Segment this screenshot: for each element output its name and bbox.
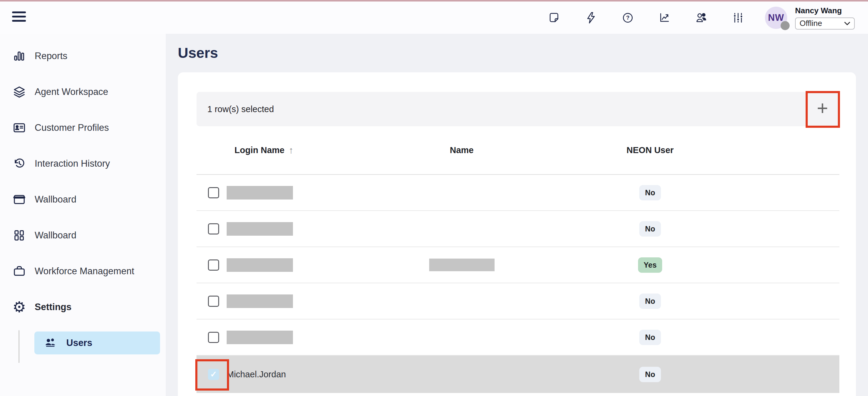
redacted-login-name bbox=[227, 186, 293, 200]
redacted-login-name bbox=[227, 222, 293, 236]
page-title: Users bbox=[178, 44, 218, 61]
table-row[interactable]: No bbox=[196, 175, 839, 211]
table-row[interactable]: No bbox=[196, 211, 839, 247]
users-card: 1 row(s) selected + Login Name ↑ Name NE… bbox=[178, 72, 856, 396]
neon-user-badge: Yes bbox=[638, 257, 662, 273]
gear-icon: ⚙ bbox=[12, 300, 27, 314]
sidebar-item-label: Agent Workspace bbox=[35, 87, 108, 97]
sidebar-item-label: Interaction History bbox=[35, 158, 110, 169]
login-name-text: Michael.Jordan bbox=[227, 369, 286, 379]
sidebar-item-label: Settings bbox=[35, 302, 71, 312]
users-table: Login Name ↑ Name NEON User No bbox=[196, 126, 839, 393]
redacted-login-name bbox=[227, 295, 293, 308]
hamburger-bar bbox=[12, 20, 26, 22]
table-row[interactable]: No bbox=[196, 283, 839, 319]
help-icon[interactable]: ? bbox=[621, 11, 635, 25]
row-checkbox[interactable] bbox=[208, 223, 219, 235]
status-dropdown[interactable]: Offline bbox=[795, 18, 855, 30]
table-row-selected[interactable]: ✓ Michael.Jordan No bbox=[196, 356, 839, 393]
redacted-name bbox=[429, 258, 495, 271]
sidebar-item-label: Wallboard bbox=[35, 230, 76, 241]
layers-icon bbox=[12, 85, 27, 99]
user-avatar[interactable]: NW bbox=[765, 7, 787, 29]
sidebar-item-workforce-management[interactable]: Workforce Management bbox=[0, 253, 166, 289]
sidebar-item-label: Customer Profiles bbox=[35, 122, 109, 133]
row-checkbox[interactable] bbox=[208, 260, 219, 271]
tree-indent-line bbox=[19, 330, 20, 363]
sidebar-item-wallboard-2[interactable]: Wallboard bbox=[0, 217, 166, 253]
sidebar-item-label: Users bbox=[66, 338, 92, 348]
sidebar-item-label: Wallboard bbox=[35, 194, 76, 205]
redacted-login-name bbox=[227, 258, 293, 272]
table-header-row: Login Name ↑ Name NEON User bbox=[196, 126, 839, 175]
main-content: Users 1 row(s) selected + Login Name ↑ N… bbox=[166, 34, 868, 396]
briefcase-icon bbox=[12, 264, 27, 278]
neon-user-badge: No bbox=[639, 185, 661, 201]
dashboard-grid-icon bbox=[12, 228, 27, 243]
chevron-down-icon bbox=[844, 21, 850, 26]
quick-actions-icon[interactable] bbox=[584, 11, 598, 25]
window-icon bbox=[12, 192, 27, 207]
table-row[interactable]: No bbox=[196, 319, 839, 356]
row-checkbox[interactable] bbox=[208, 187, 219, 198]
sidebar-item-label: Reports bbox=[35, 51, 67, 61]
svg-text:?: ? bbox=[626, 14, 629, 21]
neon-user-badge: No bbox=[639, 221, 661, 237]
header-label: Login Name bbox=[235, 145, 284, 155]
table-row[interactable]: Yes bbox=[196, 247, 839, 283]
hamburger-bar bbox=[12, 16, 26, 18]
status-value: Offline bbox=[800, 19, 822, 28]
user-name: Nancy Wang bbox=[795, 6, 842, 16]
sidebar-item-users[interactable]: Users bbox=[34, 332, 160, 355]
users-group-icon bbox=[43, 336, 57, 350]
plus-icon: + bbox=[817, 98, 828, 118]
id-card-icon bbox=[12, 121, 27, 135]
sidebar-item-customer-profiles[interactable]: Customer Profiles bbox=[0, 110, 166, 146]
add-user-button[interactable]: + bbox=[806, 92, 839, 126]
hamburger-bar bbox=[12, 11, 26, 13]
neon-user-badge: No bbox=[639, 367, 661, 382]
top-bar: ? NW Nancy Wang Offline bbox=[0, 1, 868, 34]
sidebar-item-reports[interactable]: Reports bbox=[0, 38, 166, 74]
contacts-icon[interactable] bbox=[694, 11, 708, 25]
neon-user-badge: No bbox=[639, 294, 661, 309]
sidebar-item-agent-workspace[interactable]: Agent Workspace bbox=[0, 74, 166, 110]
column-header-neon-user[interactable]: NEON User bbox=[546, 145, 754, 155]
hamburger-menu-icon[interactable] bbox=[12, 11, 26, 22]
column-header-login-name[interactable]: Login Name ↑ bbox=[227, 145, 377, 156]
history-icon bbox=[12, 156, 27, 171]
notes-icon[interactable] bbox=[547, 11, 561, 25]
bar-chart-icon bbox=[12, 49, 27, 63]
header-label: NEON User bbox=[627, 145, 674, 155]
row-checkbox-checked[interactable]: ✓ bbox=[208, 369, 219, 380]
sidebar: Reports Agent Workspace Customer Profile… bbox=[0, 34, 166, 396]
neon-user-badge: No bbox=[639, 330, 661, 345]
header-label: Name bbox=[450, 145, 474, 155]
sort-asc-icon[interactable]: ↑ bbox=[289, 145, 293, 156]
sidebar-item-interaction-history[interactable]: Interaction History bbox=[0, 146, 166, 181]
sidebar-item-wallboard-1[interactable]: Wallboard bbox=[0, 181, 166, 217]
analytics-icon[interactable] bbox=[658, 11, 672, 25]
column-header-name[interactable]: Name bbox=[377, 145, 546, 155]
preferences-icon[interactable] bbox=[731, 11, 745, 25]
sidebar-item-label: Workforce Management bbox=[35, 266, 134, 277]
selection-toolbar: 1 row(s) selected + bbox=[196, 92, 839, 126]
status-dot bbox=[781, 21, 789, 30]
row-checkbox[interactable] bbox=[208, 296, 219, 307]
redacted-login-name bbox=[227, 331, 293, 344]
row-checkbox[interactable] bbox=[208, 332, 219, 343]
selection-count-text: 1 row(s) selected bbox=[207, 104, 274, 114]
sidebar-item-settings[interactable]: ⚙ Settings bbox=[0, 289, 166, 325]
